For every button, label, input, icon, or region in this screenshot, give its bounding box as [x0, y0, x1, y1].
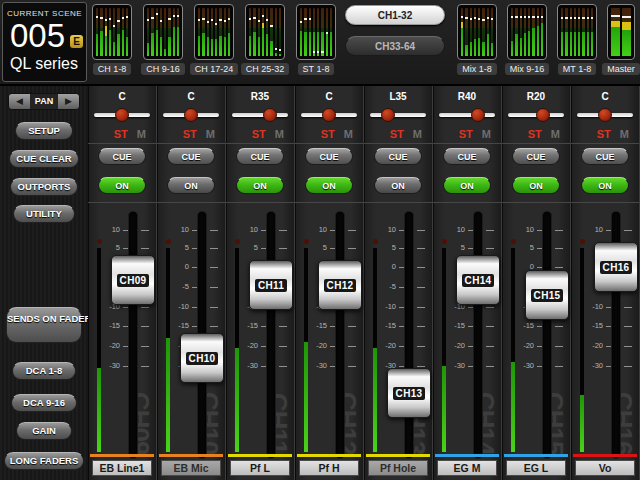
fader-cap[interactable]: CH15 [525, 270, 569, 320]
pan-slider[interactable] [577, 113, 633, 117]
meter-peak-mark [465, 17, 467, 19]
scale-tick [279, 346, 287, 347]
pan-knob[interactable] [536, 108, 550, 122]
meter-bank-block[interactable] [194, 4, 234, 60]
pan-knob[interactable] [263, 108, 277, 122]
setup-button[interactable]: SETUP [15, 122, 73, 140]
channel-strip: R35STMCUEONCH111050-5-10-15-20-30CH11Pf … [226, 86, 295, 480]
pan-knob[interactable] [471, 108, 485, 122]
fader-track[interactable] [129, 212, 137, 458]
pan-slider[interactable] [508, 113, 564, 117]
pan-knob[interactable] [381, 108, 395, 122]
gain-button[interactable]: GAIN [16, 422, 72, 440]
clip-indicator [442, 239, 447, 244]
scale-tick [279, 366, 287, 367]
fader-cap[interactable]: CH09 [111, 255, 155, 305]
channel-name-plate[interactable]: EB Line1 [92, 460, 152, 476]
on-button[interactable]: ON [305, 177, 353, 194]
channel-name-plate[interactable]: EB Mic [161, 460, 221, 476]
utility-button[interactable]: UTILITY [13, 205, 75, 223]
cue-button[interactable]: CUE [98, 148, 146, 165]
meter-bank-block[interactable] [296, 4, 336, 60]
pan-slider[interactable] [232, 113, 288, 117]
on-button[interactable]: ON [98, 177, 146, 194]
pan-slider[interactable] [301, 113, 357, 117]
outports-button[interactable]: OUTPORTS [10, 178, 78, 196]
cue-button[interactable]: CUE [512, 148, 560, 165]
fader-track[interactable] [474, 212, 482, 458]
pan-slider[interactable] [94, 113, 150, 117]
separator [295, 143, 363, 144]
meter-bank-block[interactable] [143, 4, 183, 60]
fader-track[interactable] [267, 212, 275, 458]
db-label: -20 [98, 341, 120, 351]
meter-bank-block[interactable] [557, 4, 597, 60]
long-faders-button[interactable]: LONG FADERS [4, 452, 84, 470]
cue-clear-button[interactable]: CUE CLEAR [9, 150, 79, 168]
bank-button-ch33-64[interactable]: CH33-64 [345, 36, 445, 56]
cue-button[interactable]: CUE [236, 148, 284, 165]
cue-button[interactable]: CUE [305, 148, 353, 165]
fader-track[interactable] [405, 212, 413, 458]
fader-cap[interactable]: CH11 [249, 260, 293, 310]
meter-peak-mark [270, 25, 272, 27]
meter-bank-block[interactable] [92, 4, 132, 60]
sends-on-faders-button[interactable]: SENDS ON FADERS [6, 307, 82, 343]
on-button[interactable]: ON [374, 177, 422, 194]
channel-name-plate[interactable]: Pf H [299, 460, 359, 476]
on-button[interactable]: ON [581, 177, 629, 194]
meter-bar [113, 8, 115, 56]
fader-cap[interactable]: CH13 [387, 368, 431, 418]
separator [502, 202, 570, 203]
pan-slider[interactable] [439, 113, 495, 117]
on-button[interactable]: ON [512, 177, 560, 194]
channel-name-plate[interactable]: Pf Hole [368, 460, 428, 476]
fader-cap[interactable]: CH10 [180, 333, 224, 383]
pan-knob[interactable] [322, 108, 336, 122]
on-button[interactable]: ON [236, 177, 284, 194]
dca-9-16-button[interactable]: DCA 9-16 [11, 394, 77, 412]
meter-bar [537, 8, 539, 56]
mono-indicator: M [344, 128, 353, 140]
on-button[interactable]: ON [443, 177, 491, 194]
fader-track[interactable] [543, 212, 551, 458]
pan-left-arrow-button[interactable]: ◀ [9, 94, 30, 109]
meter-bar [304, 8, 306, 56]
meter-green-fill [156, 30, 158, 56]
pan-knob[interactable] [115, 108, 129, 122]
pan-knob[interactable] [598, 108, 612, 122]
pan-knob[interactable] [184, 108, 198, 122]
pan-slider[interactable] [163, 113, 219, 117]
cue-button[interactable]: CUE [581, 148, 629, 165]
meter-bank-block[interactable] [507, 4, 547, 60]
fader-cap[interactable]: CH12 [318, 260, 362, 310]
dca-1-8-button[interactable]: DCA 1-8 [12, 362, 76, 380]
meter-bank-block[interactable] [457, 4, 497, 60]
fader-scale-row: 10 [571, 225, 639, 235]
pan-slider[interactable] [370, 113, 426, 117]
channel-name-plate[interactable]: Pf L [230, 460, 290, 476]
meter-bar [164, 8, 166, 56]
pan-right-arrow-button[interactable]: ▶ [58, 94, 79, 109]
meter-green-fill [470, 42, 472, 56]
channel-name-plate[interactable]: EG M [437, 460, 497, 476]
channel-name-plate[interactable]: Vo [575, 460, 635, 476]
bank-button-ch1-32[interactable]: CH1-32 [345, 5, 445, 25]
fader-track[interactable] [336, 212, 344, 458]
scene-box[interactable]: CURRENT SCENE 005 E QL series [2, 2, 87, 82]
on-button[interactable]: ON [167, 177, 215, 194]
cue-button[interactable]: CUE [374, 148, 422, 165]
meter-peak-mark [491, 18, 493, 20]
scale-tick [279, 248, 287, 249]
scale-tick [555, 267, 563, 268]
meter-peak-mark [570, 17, 572, 19]
scale-tick [210, 307, 218, 308]
separator [433, 143, 501, 144]
cue-button[interactable]: CUE [167, 148, 215, 165]
meter-bank-block[interactable] [245, 4, 285, 60]
cue-button[interactable]: CUE [443, 148, 491, 165]
fader-cap[interactable]: CH14 [456, 255, 500, 305]
channel-name-plate[interactable]: EG L [506, 460, 566, 476]
fader-cap[interactable]: CH16 [594, 242, 638, 292]
meter-bank-block[interactable] [607, 4, 635, 60]
